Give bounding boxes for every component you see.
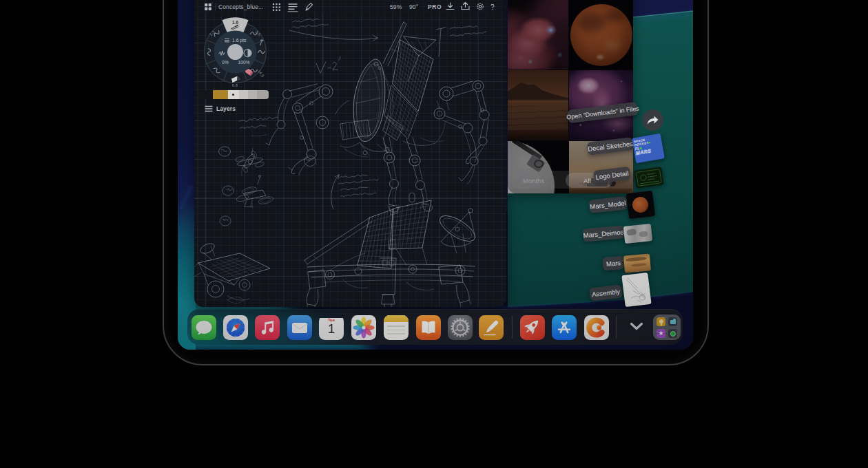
- svg-text:14.5: 14.5: [257, 69, 265, 78]
- svg-text:100%: 100%: [238, 60, 250, 65]
- svg-text:1.6 pts: 1.6 pts: [232, 38, 247, 43]
- svg-text:6.8: 6.8: [232, 83, 238, 87]
- svg-text:0%: 0%: [222, 60, 229, 65]
- svg-text:1.6: 1.6: [232, 20, 238, 25]
